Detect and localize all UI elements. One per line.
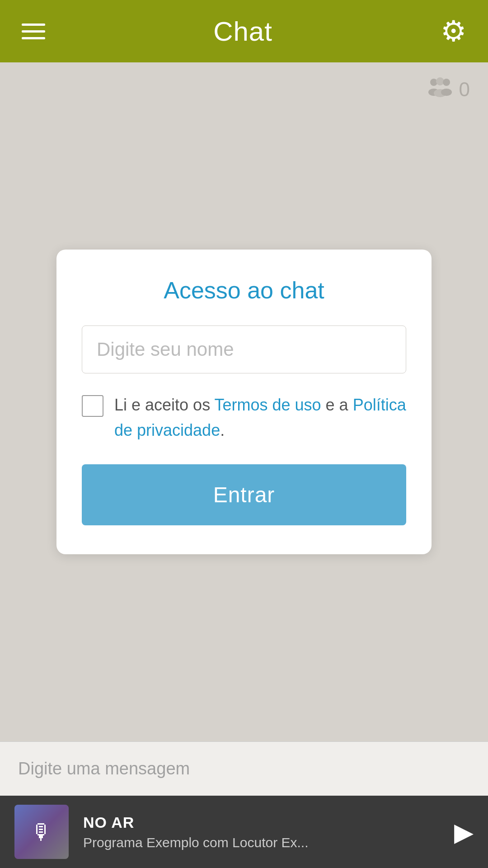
message-bar[interactable]: Digite uma mensagem	[0, 741, 488, 796]
terms-of-use-link[interactable]: Termos de uso	[214, 396, 321, 414]
modal-overlay: Acesso ao chat Li e aceito os Termos de …	[0, 62, 488, 741]
terms-row: Li e aceito os Termos de uso e a Polític…	[82, 392, 406, 443]
on-air-label: NO AR	[83, 814, 440, 831]
login-modal: Acesso ao chat Li e aceito os Termos de …	[56, 250, 432, 555]
page-title: Chat	[213, 16, 272, 47]
player-bar: 🎙 NO AR Programa Exemplo com Locutor Ex.…	[0, 796, 488, 868]
chat-area: 0 Acesso ao chat Li e aceito os Termos d…	[0, 62, 488, 741]
message-placeholder: Digite uma mensagem	[18, 759, 190, 778]
terms-text: Li e aceito os Termos de uso e a Polític…	[114, 392, 406, 443]
play-icon[interactable]: ▶	[454, 817, 474, 847]
menu-icon[interactable]	[22, 24, 45, 39]
modal-title: Acesso ao chat	[82, 277, 406, 304]
player-thumbnail: 🎙	[14, 805, 69, 859]
program-name: Programa Exemplo com Locutor Ex...	[83, 835, 440, 850]
gear-icon[interactable]: ⚙	[441, 17, 466, 46]
player-info: NO AR Programa Exemplo com Locutor Ex...	[83, 814, 440, 850]
name-input[interactable]	[82, 326, 406, 373]
app-header: Chat ⚙	[0, 0, 488, 62]
terms-checkbox[interactable]	[82, 395, 103, 417]
mic-icon: 🎙	[31, 820, 52, 844]
enter-button[interactable]: Entrar	[82, 464, 406, 525]
